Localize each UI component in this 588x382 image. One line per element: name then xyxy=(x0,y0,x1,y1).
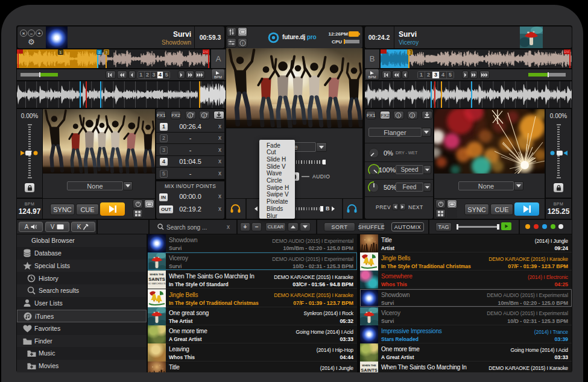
svg-text:1: 1 xyxy=(397,114,400,117)
svg-text:2: 2 xyxy=(203,114,206,117)
svg-text:SAINTS: SAINTS xyxy=(148,277,165,282)
svg-text:WHEN THE: WHEN THE xyxy=(150,273,163,276)
svg-text:SAINTS: SAINTS xyxy=(361,368,378,372)
svg-text:2: 2 xyxy=(411,114,414,117)
svg-text:GO MARCHING IN: GO MARCHING IN xyxy=(148,283,166,285)
svg-text:i: i xyxy=(242,41,243,46)
svg-text:1: 1 xyxy=(189,114,192,117)
svg-text:WHEN THE: WHEN THE xyxy=(362,364,376,367)
